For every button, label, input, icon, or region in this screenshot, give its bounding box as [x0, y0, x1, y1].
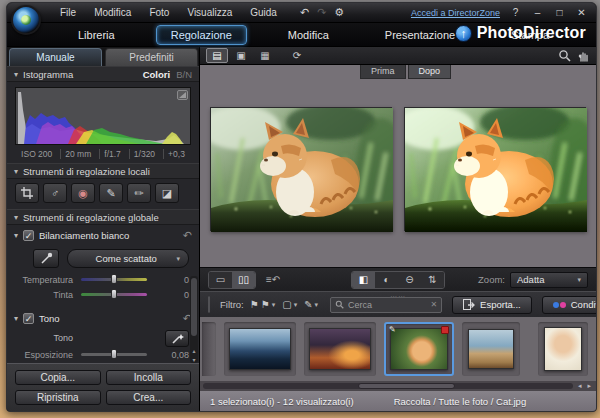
menu-visualizza[interactable]: Visualizza: [178, 7, 241, 18]
share-button[interactable]: Condividi... ▾: [542, 296, 597, 314]
tinta-slider[interactable]: [81, 293, 147, 296]
view-grid-button[interactable]: ▦: [254, 48, 276, 63]
global-tools-header[interactable]: ▾ Strumenti di regolazione globale: [7, 209, 199, 225]
photo-after[interactable]: [404, 107, 586, 231]
thumbnail-partial[interactable]: [202, 322, 216, 376]
white-balance-dropper-button[interactable]: [33, 249, 59, 268]
slider-thumb[interactable]: [111, 274, 117, 284]
tab-libreria[interactable]: Libreria: [63, 25, 130, 45]
spot-removal-button[interactable]: ♂: [43, 183, 67, 203]
zoom-magnifier-icon[interactable]: [558, 49, 571, 62]
collapse-icon[interactable]: ▾: [14, 231, 18, 240]
view-single-button[interactable]: ▣: [230, 48, 252, 63]
view-filmstrip-button[interactable]: ▤: [206, 48, 228, 63]
scroll-down-icon[interactable]: ▾: [190, 356, 198, 363]
temperatura-slider[interactable]: [81, 278, 147, 281]
half-view-button[interactable]: ◐: [375, 272, 398, 288]
zoom-dropdown[interactable]: Adatta ▾: [510, 272, 588, 288]
label-filter-button[interactable]: ▢ ▾: [282, 299, 297, 310]
tone-checkbox[interactable]: ✓: [23, 313, 34, 324]
auto-tone-button[interactable]: [165, 330, 189, 347]
scroll-right-icon[interactable]: ▸: [587, 382, 593, 389]
panel-scrollbar[interactable]: ▴ ▾: [190, 276, 198, 363]
tab-manuale[interactable]: Manuale: [9, 48, 102, 66]
esposizione-slider[interactable]: [81, 353, 147, 356]
viewer-toolbar: ▤ ▣ ▦ ⟳: [200, 47, 596, 65]
thumbnail-sunset-clouds[interactable]: [304, 322, 376, 376]
mode-colori[interactable]: Colori: [143, 69, 170, 80]
scrollbar-thumb[interactable]: [191, 278, 197, 336]
tab-modifica[interactable]: Modifica: [273, 25, 344, 45]
menu-file[interactable]: File: [51, 7, 85, 18]
view-side-by-side-button[interactable]: ▯▯: [232, 272, 255, 288]
slider-thumb[interactable]: [111, 289, 117, 299]
menu-guida[interactable]: Guida: [241, 7, 286, 18]
search-input[interactable]: [348, 300, 426, 310]
help-button[interactable]: ?: [509, 7, 522, 18]
filmstrip-scrollbar[interactable]: ◂ ▸: [200, 381, 596, 391]
rating-filter-button[interactable]: ✎ ▾: [304, 299, 318, 310]
thumbnail-cat[interactable]: ✎: [384, 322, 454, 376]
gradient-mask-button[interactable]: ◪: [155, 183, 179, 203]
undo-icon[interactable]: ↶: [300, 6, 309, 19]
tone-header[interactable]: ▾ ✓ Tono ↶: [7, 308, 199, 327]
maximize-button[interactable]: □: [553, 7, 566, 18]
collapse-icon[interactable]: ▾: [14, 314, 18, 323]
thumbnail-mountain-lake[interactable]: [224, 322, 296, 376]
tab-predefiniti[interactable]: Predefiniti: [105, 48, 198, 66]
histogram-header[interactable]: ▾ Istogramma Colori B/N: [7, 66, 199, 82]
drag-handle[interactable]: ⋯⋯: [390, 293, 406, 301]
menu-modifica[interactable]: Modifica: [85, 7, 140, 18]
slider-thumb[interactable]: [111, 349, 117, 359]
adjustment-brush-button[interactable]: ✎: [99, 183, 123, 203]
clear-search-icon[interactable]: ✕: [430, 300, 437, 309]
crop-tool-button[interactable]: [15, 183, 39, 203]
gear-icon[interactable]: ⚙: [334, 6, 344, 19]
create-button[interactable]: Crea...: [106, 390, 192, 405]
directorzone-link[interactable]: Accedi a DirectorZone: [411, 8, 500, 18]
collapse-icon[interactable]: ▾: [14, 213, 18, 222]
selection-brush-button[interactable]: ✏: [127, 183, 151, 203]
white-balance-checkbox[interactable]: ✓: [23, 230, 34, 241]
collapse-icon[interactable]: ▾: [14, 70, 18, 79]
clipping-warning-icon[interactable]: [177, 90, 188, 100]
minimize-button[interactable]: –: [531, 7, 544, 18]
scrollbar-thumb[interactable]: [358, 383, 454, 389]
close-button[interactable]: ✕: [575, 7, 588, 18]
thumbnail-beach[interactable]: [462, 322, 520, 376]
photo-before[interactable]: [210, 107, 392, 231]
flag-filter-button[interactable]: ⚑⚑ ▾: [250, 299, 275, 310]
view-one-photo-button[interactable]: ▭: [209, 272, 232, 288]
esposizione-value: 0,08: [165, 350, 189, 360]
copy-button[interactable]: Copia...: [15, 370, 101, 385]
browser-thumbnails-button[interactable]: •••: [209, 297, 210, 312]
local-tools-header[interactable]: ▾ Strumenti di regolazione locali: [7, 163, 199, 179]
browser-filter-bar: ⋯⋯ ••• ≡ Filtro: ⚑⚑ ▾ ▢ ▾ ✎: [200, 291, 596, 317]
thumbnail-portrait[interactable]: [538, 322, 588, 376]
swap-views-button[interactable]: ⇅: [421, 272, 444, 288]
paste-button[interactable]: Incolla: [106, 370, 192, 385]
show-original-button[interactable]: ≡↶: [266, 274, 280, 285]
pan-hand-icon[interactable]: [577, 49, 590, 62]
tab-regolazione[interactable]: Regolazione: [156, 25, 247, 45]
tab-prima[interactable]: Prima: [360, 65, 406, 79]
red-eye-button[interactable]: ◉: [71, 183, 95, 203]
reset-icon[interactable]: ↶: [183, 229, 192, 242]
top-bottom-split-button[interactable]: ⊖: [398, 272, 421, 288]
histogram[interactable]: [15, 87, 191, 145]
collapse-icon[interactable]: ▾: [14, 167, 18, 176]
split-view-button[interactable]: ◧: [352, 272, 375, 288]
scroll-up-icon[interactable]: ▴: [190, 347, 198, 354]
menu-foto[interactable]: Foto: [140, 7, 178, 18]
scrollbar-track[interactable]: [203, 383, 573, 389]
histogram-title: Istogramma: [23, 69, 73, 80]
reset-button[interactable]: Ripristina: [15, 390, 101, 405]
redo-icon[interactable]: ↷: [317, 6, 326, 19]
rotate-button[interactable]: ⟳: [286, 48, 308, 63]
scroll-left-icon[interactable]: ◂: [578, 382, 584, 389]
export-button[interactable]: Esporta...: [452, 296, 532, 314]
mode-bn[interactable]: B/N: [176, 69, 192, 80]
white-balance-header[interactable]: ▾ ✓ Bilanciamento bianco ↶: [7, 225, 199, 244]
white-balance-preset-dropdown[interactable]: Come scattato ▾: [67, 249, 189, 268]
tab-dopo[interactable]: Dopo: [408, 65, 452, 79]
